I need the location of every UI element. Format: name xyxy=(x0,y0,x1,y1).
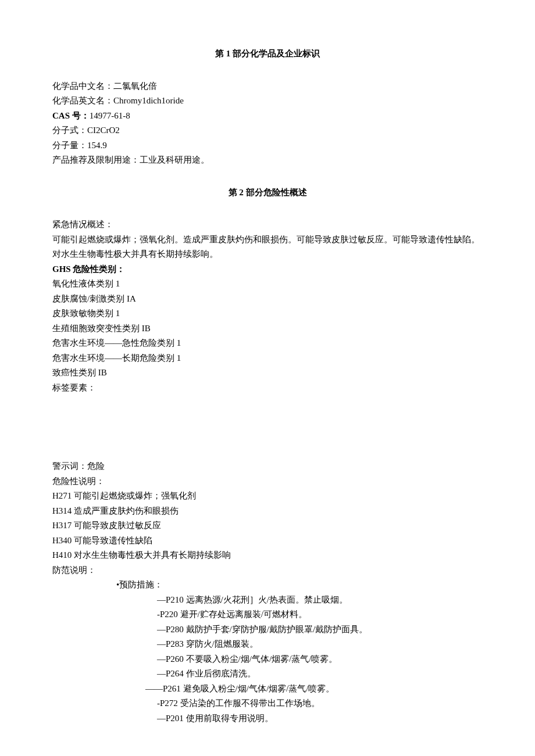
prevention-item: —P264 作业后彻底清洗。 xyxy=(52,667,483,682)
name-cn-value: 二氯氧化倍 xyxy=(113,81,157,91)
prevention-item: —P283 穿防火/阻燃服装。 xyxy=(52,637,483,652)
precaution-label: 防范说明： xyxy=(52,563,483,578)
signal-value: 危险 xyxy=(87,461,105,471)
mw-row: 分子量：154.9 xyxy=(52,138,483,153)
formula-label: 分子式： xyxy=(52,126,87,135)
ghs-item: 生殖细胞致突变性类别 IB xyxy=(52,321,483,336)
ghs-item: 氧化性液体类别 1 xyxy=(52,277,483,292)
prevention-label: •预防措施： xyxy=(52,578,483,593)
hazard-item: H317 可能导致皮肤过敏反应 xyxy=(52,518,483,533)
label-elements: 标签要素： xyxy=(52,381,483,396)
hazard-item: H340 可能导致遗传性缺陷 xyxy=(52,533,483,549)
prevention-item: —P280 戴防护手套/穿防护服/戴防护眼罩/戴防护面具。 xyxy=(52,622,483,637)
hazard-item: H314 造成严重皮肤灼伤和眼损伤 xyxy=(52,504,483,519)
ghs-item: 皮肤致敏物类别 1 xyxy=(52,306,483,321)
ghs-item: 致癌性类别 IB xyxy=(52,366,483,381)
formula-row: 分子式：CI2CrO2 xyxy=(52,123,483,138)
emergency-label: 紧急情况概述： xyxy=(52,217,483,232)
prevention-item: -P272 受沾染的工作服不得带出工作场地。 xyxy=(52,696,483,711)
cas-label: CAS 号： xyxy=(52,111,90,120)
prevention-item: —P201 使用前取得专用说明。 xyxy=(52,711,483,726)
prevention-item: ——P261 避免吸入粉尘/烟/气体/烟雾/蒸气/喷雾。 xyxy=(52,682,483,697)
name-cn-label: 化学品中文名： xyxy=(52,81,113,91)
use-value: 工业及科研用途。 xyxy=(140,155,209,164)
signal-label: 警示词： xyxy=(52,461,87,471)
prevention-item: -P220 避开/贮存处远离服装/可燃材料。 xyxy=(52,607,483,622)
section1-title: 第 1 部分化学品及企业标识 xyxy=(52,46,483,62)
name-cn-row: 化学品中文名：二氯氧化倍 xyxy=(52,79,483,94)
ghs-item: 皮肤腐蚀/刺激类别 IA xyxy=(52,292,483,307)
cas-value: 14977-61-8 xyxy=(90,111,130,120)
ghs-label: GHS 危险性类别： xyxy=(52,262,483,277)
hazard-label: 危险性说明： xyxy=(52,474,483,489)
mw-value: 154.9 xyxy=(87,141,107,150)
name-en-row: 化学品英文名：Chromy1dich1oride xyxy=(52,94,483,109)
emergency-text: 可能引起燃烧或爆炸；强氧化剂。造成严重皮肤灼伤和眼损伤。可能导致皮肤过敏反应。可… xyxy=(52,232,483,262)
prevention-item: —P210 远离热源/火花刑］火/热表面。禁止吸烟。 xyxy=(52,593,483,608)
use-row: 产品推荐及限制用途：工业及科研用途。 xyxy=(52,153,483,168)
prevention-item: —P260 不要吸入粉尘/烟/气体/烟雾/蒸气/喷雾。 xyxy=(52,652,483,667)
signal-row: 警示词：危险 xyxy=(52,459,483,474)
cas-row: CAS 号：14977-61-8 xyxy=(52,109,483,124)
ghs-item: 危害水生环境——长期危险类别 1 xyxy=(52,351,483,366)
section2-title: 第 2 部分危险性概述 xyxy=(52,185,483,200)
use-label: 产品推荐及限制用途： xyxy=(52,155,140,164)
pictogram-space xyxy=(52,395,483,459)
hazard-item: H410 对水生生物毒性极大并具有长期持续影响 xyxy=(52,548,483,563)
name-en-value: Chromy1dich1oride xyxy=(113,96,184,105)
name-en-label: 化学品英文名： xyxy=(52,96,113,105)
hazard-item: H271 可能引起燃烧或爆炸；强氧化剂 xyxy=(52,489,483,504)
mw-label: 分子量： xyxy=(52,141,87,150)
ghs-item: 危害水生环境——急性危险类别 1 xyxy=(52,336,483,351)
formula-value: CI2CrO2 xyxy=(87,126,120,135)
